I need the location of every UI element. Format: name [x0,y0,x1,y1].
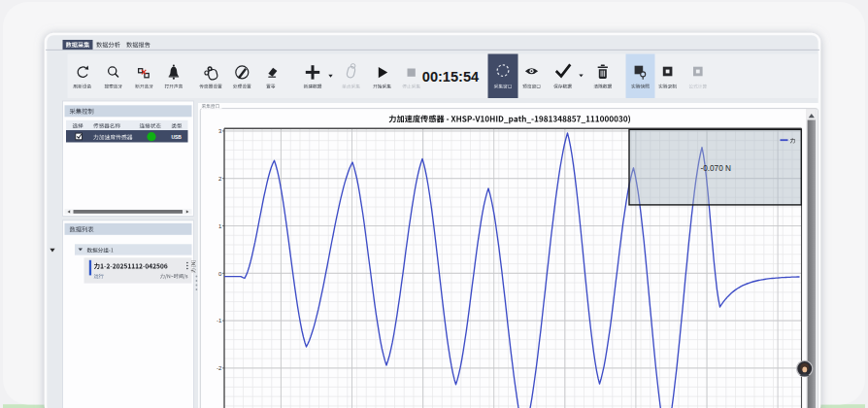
svg-text:-0.070 N: -0.070 N [701,164,731,173]
svg-text:USB: USB [172,135,183,140]
svg-text:-2: -2 [217,365,222,371]
svg-text:00:15:54: 00:15:54 [422,69,480,85]
svg-text:-1: -1 [217,318,222,323]
